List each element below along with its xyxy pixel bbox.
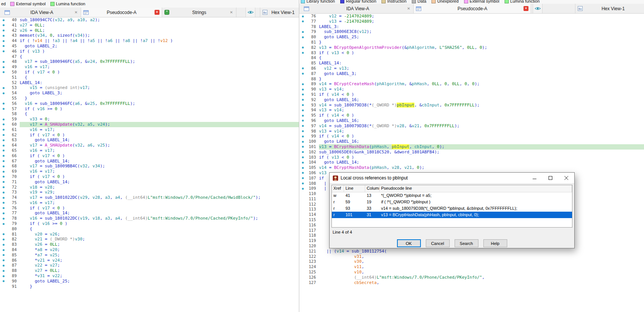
code-line[interactable]: 83if ( v13 < 0 ) <box>299 50 644 56</box>
code-line[interactable]: 87 v22 = v27; <box>0 263 299 268</box>
code-line[interactable]: 87 goto LABEL_3; <box>299 71 644 76</box>
dialog-title-bar[interactable]: Local cross references to pbInput <box>330 173 574 184</box>
code-line[interactable]: 121 || (v14 = sub_180112754( <box>299 249 644 254</box>
tab-close-icon[interactable]: ✕ <box>155 10 159 15</box>
tab-close-icon[interactable]: ✕ <box>406 6 411 11</box>
code-line[interactable]: 41v27 = 0LL; <box>0 23 299 28</box>
code-line[interactable]: 46if ( v13 ) <box>0 49 299 54</box>
code-line[interactable]: 96 goto LABEL_16; <box>299 118 644 123</box>
code-line[interactable]: 84 *a8 = v20; <box>0 247 299 253</box>
code-line[interactable]: 95if ( v14 < 0 ) <box>299 113 644 118</box>
code-line[interactable]: 84{ <box>299 55 644 61</box>
tab-close-icon[interactable]: ✕ <box>74 10 78 14</box>
xref-list[interactable]: XrefLineColumnPseudocode line w4113*(_QW… <box>331 185 572 228</box>
code-line[interactable]: 80 { <box>0 226 299 232</box>
code-line[interactable]: 79 sub_18006E3C8(v12); <box>299 29 644 34</box>
tab-pseudocode-a[interactable]: Pseudocode-A✕ <box>81 8 162 17</box>
code-line[interactable]: 78 v16 = sub_1801022DC(v19, v18, a3, a4,… <box>0 216 299 221</box>
code-line[interactable]: 55 } <box>0 96 299 101</box>
code-line[interactable]: 100 goto LABEL_16; <box>299 139 644 144</box>
code-line[interactable]: 68 v17 = sub_18009BB4C(v32, v34); <box>0 164 299 169</box>
column-header-column[interactable]: Column <box>365 185 380 192</box>
cancel-button[interactable]: Cancel <box>426 239 450 247</box>
code-line[interactable]: 73 v19 = v29; <box>0 190 299 195</box>
code-line[interactable]: 40sub_180094C7C(v32, a9, a10, a2); <box>0 17 299 23</box>
code-line[interactable]: 75 v16 = v17; <box>0 200 299 206</box>
code-line[interactable]: 62 if ( v17 < 0 ) <box>0 133 299 138</box>
code-line[interactable]: 79 if ( v16 >= 0 ) <box>0 221 299 226</box>
ok-button[interactable]: OK <box>397 239 421 247</box>
code-line[interactable]: 85 *a7 = v25; <box>0 253 299 258</box>
code-line[interactable]: 51 { <box>0 75 299 80</box>
code-line[interactable]: 90v13 = v14; <box>299 87 644 92</box>
right-pseudocode-view[interactable]: 76 v12 = -2147024809;77 v13 = -214702480… <box>299 14 644 312</box>
minimize-button[interactable] <box>527 173 542 183</box>
code-line[interactable]: 66 if ( v17 < 0 ) <box>0 153 299 159</box>
code-line[interactable]: 86 *v21 = v24; <box>0 258 299 263</box>
code-line[interactable]: 125 v10, <box>299 270 644 275</box>
code-line[interactable]: 89v14 = BCryptCreateHash(phAlgorithm, &p… <box>299 81 644 87</box>
code-line[interactable]: 50 if ( v17 < 0 ) <box>0 70 299 75</box>
code-line[interactable]: 63 goto LABEL_14; <box>0 137 299 143</box>
tab-ida-view-a[interactable]: IDA View-A✕ <box>302 4 414 13</box>
xref-row[interactable]: w4113*(_QWORD *)pbInput = a5; <box>332 192 572 199</box>
help-button[interactable]: Help <box>483 239 507 247</box>
code-line[interactable]: 43memset(v34, 0, sizeof(v34)); <box>0 33 299 38</box>
code-line[interactable]: 123 v30, <box>299 259 644 264</box>
code-line[interactable]: 54 goto LABEL_3; <box>0 90 299 96</box>
code-line[interactable]: 105v14 = BCryptHashData(phHash, v28, v21… <box>299 165 644 170</box>
code-line[interactable]: 86 v12 = v13; <box>299 66 644 71</box>
column-header-line[interactable]: Line <box>344 185 365 192</box>
code-line[interactable]: 80 goto LABEL_25; <box>299 34 644 40</box>
code-line[interactable]: 83 v26 = 0LL; <box>0 242 299 247</box>
tab-close-icon[interactable]: ✕ <box>524 6 528 11</box>
code-line[interactable]: 78LABEL_3: <box>299 24 644 30</box>
xref-row[interactable]: r10131v13 = BCryptHashData(phHash, pbInp… <box>332 212 572 218</box>
code-line[interactable]: 77 v13 = -2147024809; <box>299 19 644 24</box>
code-line[interactable]: 127 cbSecreta, <box>299 280 644 285</box>
code-line[interactable]: 102sub_180065DE0(&unk_18018C520, &dword_… <box>299 150 644 155</box>
code-line[interactable]: 60 v17 = A_SHAUpdate(v32, a5, v24); <box>0 122 299 127</box>
window-list-icon[interactable] <box>533 4 542 13</box>
code-line[interactable]: 67 goto LABEL_14; <box>0 159 299 164</box>
code-line[interactable]: 57 if ( v16 >= 0 ) <box>0 106 299 112</box>
code-line[interactable]: 71 goto LABEL_14; <box>0 179 299 185</box>
column-header-xref[interactable]: Xref <box>332 185 344 192</box>
code-line[interactable]: 122 v31, <box>299 254 644 259</box>
xref-row[interactable]: r5919if ( !*(_QWORD *)pbInput ) <box>332 199 572 205</box>
code-line[interactable]: 49 v16 = v17; <box>0 64 299 70</box>
code-line[interactable]: 82 v21 = (_DWORD *)v30; <box>0 237 299 242</box>
code-line[interactable]: 104 goto LABEL_14; <box>299 160 644 165</box>
code-line[interactable]: 97v14 = sub_180079D38(*(_QWORD *)v28, &v… <box>299 123 644 129</box>
code-line[interactable]: 52LABEL_14: <box>0 80 299 86</box>
code-line[interactable]: 76 if ( v17 < 0 ) <box>0 206 299 211</box>
code-line[interactable]: 53 v15 = (unsigned int)v17; <box>0 85 299 90</box>
tab-hex-view-1[interactable]: 0xHex View-1 <box>260 8 299 17</box>
code-line[interactable]: 82v13 = BCryptOpenAlgorithmProvider(&phA… <box>299 45 644 50</box>
code-line[interactable]: 99if ( v14 < 0 ) <box>299 134 644 139</box>
code-line[interactable]: 77 goto LABEL_14; <box>0 211 299 216</box>
code-line[interactable]: 90 goto LABEL_25; <box>0 279 299 284</box>
tab-strings[interactable]: "Strings✕ <box>162 8 236 17</box>
code-line[interactable]: 47{ <box>0 54 299 59</box>
code-line[interactable]: 48 v17 = sub_1800946FC(a5, &v24, 0x7FFFF… <box>0 59 299 64</box>
code-line[interactable]: 103if ( v13 < 0 ) <box>299 155 644 160</box>
search-button[interactable]: Search <box>455 239 478 247</box>
code-line[interactable]: 61 v16 = v17; <box>0 127 299 133</box>
code-line[interactable]: 91if ( v14 < 0 ) <box>299 92 644 97</box>
tab-pseudocode-a[interactable]: Pseudocode-A✕ <box>414 4 531 13</box>
code-line[interactable]: 88} <box>299 76 644 82</box>
code-line[interactable]: 44if ( !v14 || !a3 || !a4 || !a5 || !a6 … <box>0 38 299 44</box>
code-line[interactable]: 76 v12 = -2147024809; <box>299 14 644 19</box>
tab-close-icon[interactable]: ✕ <box>229 10 234 14</box>
code-line[interactable]: 98v13 = v14; <box>299 129 644 134</box>
code-line[interactable]: 85LABEL_14: <box>299 61 644 66</box>
close-button[interactable] <box>558 173 574 183</box>
code-line[interactable]: 45 goto LABEL_2; <box>0 44 299 49</box>
tab-ida-view-a[interactable]: IDA View-A✕ <box>2 8 81 17</box>
code-line[interactable]: 64 v17 = A_SHAUpdate(v32, a6, v25); <box>0 143 299 148</box>
code-line[interactable]: 93v14 = sub_180079D38(*(_QWORD *)pbInput… <box>299 103 644 108</box>
code-line[interactable]: 65 v16 = v17; <box>0 148 299 153</box>
code-line[interactable]: 92 goto LABEL_16; <box>299 97 644 103</box>
code-line[interactable]: 56 v16 = sub_1800946FC(a6, &v25, 0x7FFFF… <box>0 101 299 106</box>
